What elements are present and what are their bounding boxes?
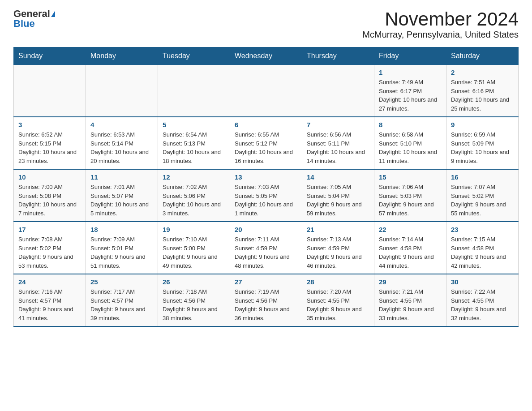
calendar-header: Sunday Monday Tuesday Wednesday Thursday…	[14, 47, 519, 65]
day-number: 21	[307, 226, 369, 233]
calendar-cell: 7Sunrise: 6:56 AM Sunset: 5:11 PM Daylig…	[302, 117, 374, 169]
calendar-cell: 14Sunrise: 7:05 AM Sunset: 5:04 PM Dayli…	[302, 169, 374, 222]
calendar-cell: 15Sunrise: 7:06 AM Sunset: 5:03 PM Dayli…	[374, 169, 446, 222]
day-info: Sunrise: 7:11 AM Sunset: 4:59 PM Dayligh…	[235, 235, 297, 270]
calendar-title: November 2024	[362, 9, 519, 30]
day-info: Sunrise: 7:14 AM Sunset: 4:58 PM Dayligh…	[379, 235, 442, 270]
day-info: Sunrise: 6:58 AM Sunset: 5:10 PM Dayligh…	[379, 130, 442, 165]
day-info: Sunrise: 6:56 AM Sunset: 5:11 PM Dayligh…	[307, 130, 369, 165]
calendar-cell	[14, 65, 86, 117]
day-number: 2	[451, 68, 514, 76]
day-info: Sunrise: 7:07 AM Sunset: 5:02 PM Dayligh…	[451, 183, 514, 218]
logo-triangle-icon	[51, 11, 55, 17]
calendar-cell: 28Sunrise: 7:20 AM Sunset: 4:55 PM Dayli…	[302, 274, 374, 326]
day-info: Sunrise: 7:10 AM Sunset: 5:00 PM Dayligh…	[163, 235, 225, 270]
day-number: 6	[235, 121, 297, 128]
calendar-table: Sunday Monday Tuesday Wednesday Thursday…	[13, 47, 519, 327]
calendar-cell: 20Sunrise: 7:11 AM Sunset: 4:59 PM Dayli…	[230, 222, 302, 274]
calendar-cell: 1Sunrise: 7:49 AM Sunset: 6:17 PM Daylig…	[374, 65, 446, 117]
calendar-cell: 24Sunrise: 7:16 AM Sunset: 4:57 PM Dayli…	[14, 274, 86, 326]
title-block: November 2024 McMurray, Pennsylvania, Un…	[362, 9, 519, 40]
calendar-cell: 4Sunrise: 6:53 AM Sunset: 5:14 PM Daylig…	[86, 117, 158, 169]
day-info: Sunrise: 6:54 AM Sunset: 5:13 PM Dayligh…	[163, 130, 225, 165]
calendar-cell: 12Sunrise: 7:02 AM Sunset: 5:06 PM Dayli…	[158, 169, 230, 222]
calendar-cell	[86, 65, 158, 117]
calendar-cell	[158, 65, 230, 117]
day-number: 19	[163, 226, 225, 233]
day-info: Sunrise: 7:17 AM Sunset: 4:57 PM Dayligh…	[90, 287, 153, 322]
day-info: Sunrise: 6:59 AM Sunset: 5:09 PM Dayligh…	[451, 130, 514, 165]
day-number: 11	[90, 173, 153, 181]
day-info: Sunrise: 7:06 AM Sunset: 5:03 PM Dayligh…	[379, 183, 442, 218]
day-info: Sunrise: 7:49 AM Sunset: 6:17 PM Dayligh…	[379, 78, 442, 113]
day-info: Sunrise: 7:05 AM Sunset: 5:04 PM Dayligh…	[307, 183, 369, 218]
day-number: 20	[235, 226, 297, 233]
calendar-cell: 23Sunrise: 7:15 AM Sunset: 4:58 PM Dayli…	[446, 222, 519, 274]
calendar-cell: 25Sunrise: 7:17 AM Sunset: 4:57 PM Dayli…	[86, 274, 158, 326]
col-saturday: Saturday	[446, 47, 519, 65]
calendar-cell: 26Sunrise: 7:18 AM Sunset: 4:56 PM Dayli…	[158, 274, 230, 326]
header-row: Sunday Monday Tuesday Wednesday Thursday…	[14, 47, 519, 65]
calendar-cell: 27Sunrise: 7:19 AM Sunset: 4:56 PM Dayli…	[230, 274, 302, 326]
day-number: 12	[163, 173, 225, 181]
day-info: Sunrise: 7:03 AM Sunset: 5:05 PM Dayligh…	[235, 183, 297, 218]
day-number: 7	[307, 121, 369, 128]
day-number: 16	[451, 173, 514, 181]
calendar-week-4: 17Sunrise: 7:08 AM Sunset: 5:02 PM Dayli…	[14, 222, 519, 274]
day-info: Sunrise: 6:53 AM Sunset: 5:14 PM Dayligh…	[90, 130, 153, 165]
calendar-cell: 8Sunrise: 6:58 AM Sunset: 5:10 PM Daylig…	[374, 117, 446, 169]
day-number: 22	[379, 226, 442, 233]
calendar-cell: 6Sunrise: 6:55 AM Sunset: 5:12 PM Daylig…	[230, 117, 302, 169]
day-number: 29	[379, 278, 442, 286]
day-number: 5	[163, 121, 225, 128]
day-info: Sunrise: 7:02 AM Sunset: 5:06 PM Dayligh…	[163, 183, 225, 218]
day-info: Sunrise: 7:19 AM Sunset: 4:56 PM Dayligh…	[235, 287, 297, 322]
calendar-cell: 22Sunrise: 7:14 AM Sunset: 4:58 PM Dayli…	[374, 222, 446, 274]
col-wednesday: Wednesday	[230, 47, 302, 65]
day-info: Sunrise: 7:13 AM Sunset: 4:59 PM Dayligh…	[307, 235, 369, 270]
col-tuesday: Tuesday	[158, 47, 230, 65]
calendar-subtitle: McMurray, Pennsylvania, United States	[362, 30, 519, 40]
calendar-week-3: 10Sunrise: 7:00 AM Sunset: 5:08 PM Dayli…	[14, 169, 519, 222]
logo-general-text: General	[13, 9, 50, 19]
day-info: Sunrise: 7:20 AM Sunset: 4:55 PM Dayligh…	[307, 287, 369, 322]
day-number: 3	[18, 121, 81, 128]
calendar-cell: 29Sunrise: 7:21 AM Sunset: 4:55 PM Dayli…	[374, 274, 446, 326]
calendar-cell: 10Sunrise: 7:00 AM Sunset: 5:08 PM Dayli…	[14, 169, 86, 222]
day-info: Sunrise: 7:08 AM Sunset: 5:02 PM Dayligh…	[18, 235, 81, 270]
calendar-cell: 13Sunrise: 7:03 AM Sunset: 5:05 PM Dayli…	[230, 169, 302, 222]
calendar-cell: 11Sunrise: 7:01 AM Sunset: 5:07 PM Dayli…	[86, 169, 158, 222]
calendar-cell	[230, 65, 302, 117]
day-number: 26	[163, 278, 225, 286]
calendar-week-1: 1Sunrise: 7:49 AM Sunset: 6:17 PM Daylig…	[14, 65, 519, 117]
day-number: 4	[90, 121, 153, 128]
day-info: Sunrise: 7:51 AM Sunset: 6:16 PM Dayligh…	[451, 78, 514, 113]
calendar-cell: 30Sunrise: 7:22 AM Sunset: 4:55 PM Dayli…	[446, 274, 519, 326]
day-number: 17	[18, 226, 81, 233]
day-info: Sunrise: 7:01 AM Sunset: 5:07 PM Dayligh…	[90, 183, 153, 218]
day-number: 24	[18, 278, 81, 286]
day-info: Sunrise: 7:16 AM Sunset: 4:57 PM Dayligh…	[18, 287, 81, 322]
day-info: Sunrise: 7:22 AM Sunset: 4:55 PM Dayligh…	[451, 287, 514, 322]
day-number: 10	[18, 173, 81, 181]
day-number: 30	[451, 278, 514, 286]
calendar-cell: 2Sunrise: 7:51 AM Sunset: 6:16 PM Daylig…	[446, 65, 519, 117]
day-info: Sunrise: 7:09 AM Sunset: 5:01 PM Dayligh…	[90, 235, 153, 270]
calendar-cell: 18Sunrise: 7:09 AM Sunset: 5:01 PM Dayli…	[86, 222, 158, 274]
calendar-cell: 16Sunrise: 7:07 AM Sunset: 5:02 PM Dayli…	[446, 169, 519, 222]
day-number: 27	[235, 278, 297, 286]
logo: General Blue	[13, 9, 55, 29]
day-number: 14	[307, 173, 369, 181]
day-number: 13	[235, 173, 297, 181]
calendar-cell: 19Sunrise: 7:10 AM Sunset: 5:00 PM Dayli…	[158, 222, 230, 274]
day-number: 18	[90, 226, 153, 233]
day-number: 23	[451, 226, 514, 233]
day-number: 28	[307, 278, 369, 286]
day-info: Sunrise: 6:52 AM Sunset: 5:15 PM Dayligh…	[18, 130, 81, 165]
col-monday: Monday	[86, 47, 158, 65]
day-number: 8	[379, 121, 442, 128]
day-info: Sunrise: 7:21 AM Sunset: 4:55 PM Dayligh…	[379, 287, 442, 322]
day-number: 9	[451, 121, 514, 128]
calendar-cell	[302, 65, 374, 117]
page-header: General Blue November 2024 McMurray, Pen…	[13, 9, 519, 40]
